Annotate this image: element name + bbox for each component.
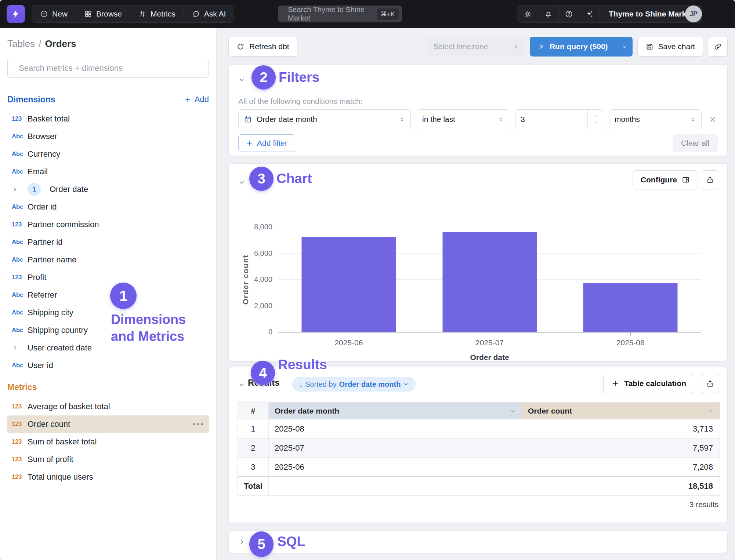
bar-2025-07[interactable] xyxy=(442,232,537,332)
copy-link-button[interactable] xyxy=(708,37,728,57)
expand-sql-chevron-icon[interactable] xyxy=(238,538,245,545)
user-avatar[interactable]: JP xyxy=(685,6,702,22)
table-calculation-button[interactable]: Table calculation xyxy=(603,374,694,393)
save-icon xyxy=(645,43,653,51)
chevron-down-icon[interactable] xyxy=(510,408,516,414)
dimension-item-user-id[interactable]: AbcUser id xyxy=(7,357,209,374)
metric-item-sum-of-profit[interactable]: 123Sum of profit xyxy=(7,451,209,468)
order-count-cell[interactable]: 3,713 xyxy=(522,419,720,439)
collapse-chart-chevron-icon[interactable] xyxy=(238,179,245,186)
filter-rule-row: Order date month in the last 3 months xyxy=(238,109,717,129)
metric-item-order-count[interactable]: 123Order count••• xyxy=(7,415,209,433)
dimension-label: User id xyxy=(28,361,53,370)
dimension-item-referrer[interactable]: AbcReferrer xyxy=(7,286,209,304)
dimension-item-partner-name[interactable]: AbcPartner name xyxy=(7,251,209,269)
select-arrows-icon xyxy=(497,116,504,123)
metric-item-average-of-basket-total[interactable]: 123Average of basket total xyxy=(7,398,209,415)
dimensions-title: Dimensions xyxy=(7,95,55,105)
chevron-down-icon[interactable] xyxy=(707,408,714,414)
more-options-icon[interactable]: ••• xyxy=(193,422,204,426)
dimension-label: Email xyxy=(28,167,48,177)
table-row-2025-08: 12025-083,713 xyxy=(238,419,720,439)
filter-unit-select[interactable]: months xyxy=(609,109,702,129)
results-table: # Order date month Order count 12025-083… xyxy=(238,402,720,496)
column-header-order-date-month[interactable]: Order date month xyxy=(268,403,522,419)
save-chart-button[interactable]: Save chart xyxy=(637,37,703,57)
link-icon xyxy=(714,43,722,51)
order-date-month-cell[interactable]: 2025-07 xyxy=(268,439,522,458)
gear-button[interactable] xyxy=(517,6,538,22)
sorted-by-pill[interactable]: ↓ Sorted by Order date month xyxy=(292,377,416,392)
refresh-dbt-button[interactable]: Refresh dbt xyxy=(228,37,297,57)
results-section: Results 4 Results ↓ Sorted by Order date… xyxy=(228,367,728,523)
plus-icon xyxy=(184,96,191,103)
metric-item-total-unique-users[interactable]: 123Total unique users xyxy=(7,468,209,486)
bar-2025-06[interactable] xyxy=(301,237,396,332)
clear-all-filters-button[interactable]: Clear all xyxy=(673,134,718,152)
chat-icon xyxy=(192,10,200,18)
string-dimension-icon: Abc xyxy=(12,256,28,263)
nav-item-metrics[interactable]: Metrics xyxy=(130,6,184,22)
dimension-item-order-date[interactable]: 1Order date xyxy=(7,181,209,198)
dimension-item-order-id[interactable]: AbcOrder id xyxy=(7,198,209,216)
order-date-month-cell[interactable]: 2025-08 xyxy=(268,419,522,439)
nav-item-new[interactable]: New xyxy=(32,6,76,22)
breadcrumb-tables-link[interactable]: Tables xyxy=(7,38,35,49)
filter-operator-select[interactable]: in the last xyxy=(417,109,509,129)
add-filter-button[interactable]: Add filter xyxy=(238,134,295,152)
collapse-filters-chevron-icon[interactable] xyxy=(238,76,245,83)
metrics-list: 123Average of basket total123Order count… xyxy=(7,398,209,486)
filter-unit-value: months xyxy=(615,115,640,124)
filter-field-select[interactable]: Order date month xyxy=(238,109,411,129)
chevron-right-icon[interactable] xyxy=(12,345,28,351)
export-chart-button[interactable] xyxy=(701,170,719,189)
filter-value-input[interactable]: 3 xyxy=(515,109,603,129)
bell-button[interactable] xyxy=(538,6,558,22)
configure-label: Configure xyxy=(641,175,677,184)
global-search-input[interactable]: Search Thyme to Shine Market ⌘+K xyxy=(278,6,402,22)
chart-bars-layer: 2025-062025-072025-08 xyxy=(278,227,701,332)
run-query-options-button[interactable] xyxy=(616,37,633,57)
dimension-item-profit[interactable]: 123Profit xyxy=(7,269,209,286)
chevron-right-icon[interactable] xyxy=(12,186,28,192)
help-button[interactable] xyxy=(558,6,579,22)
metric-item-sum-of-basket-total[interactable]: 123Sum of basket total xyxy=(7,433,209,451)
dimension-item-basket-total[interactable]: 123Basket total xyxy=(7,110,209,128)
collapse-results-chevron-icon[interactable] xyxy=(238,381,245,388)
nav-item-browse[interactable]: Browse xyxy=(76,6,130,22)
run-query-button[interactable]: Run query (500) xyxy=(530,37,616,57)
configure-chart-button[interactable]: Configure xyxy=(633,170,698,189)
fields-search-placeholder: Search metrics + dimensions xyxy=(19,63,123,73)
run-query-label: Run query (500) xyxy=(550,42,608,51)
dimension-item-email[interactable]: AbcEmail xyxy=(7,163,209,181)
fields-search-input[interactable]: Search metrics + dimensions xyxy=(7,59,209,78)
x-axis-tickmark xyxy=(490,332,490,335)
dimension-item-partner-commission[interactable]: 123Partner commission xyxy=(7,216,209,233)
order-count-cell[interactable]: 7,208 xyxy=(522,458,720,477)
remove-filter-button[interactable] xyxy=(709,116,717,123)
lightning-bolt-icon xyxy=(11,9,21,19)
metric-label: Average of basket total xyxy=(28,402,110,411)
add-dimension-button[interactable]: Add xyxy=(184,95,209,104)
dimension-item-partner-id[interactable]: AbcPartner id xyxy=(7,233,209,251)
bar-2025-08[interactable] xyxy=(583,283,678,332)
y-axis-tick-label: 6,000 xyxy=(254,249,272,257)
export-results-button[interactable] xyxy=(701,374,719,393)
plus-circle-icon xyxy=(40,10,48,18)
number-stepper[interactable] xyxy=(587,110,603,129)
column-header-order-count[interactable]: Order count xyxy=(522,403,720,419)
share-icon xyxy=(706,379,714,388)
y-axis-title: Order count xyxy=(241,255,250,305)
sidebar-panel-icon xyxy=(682,176,690,184)
share-icon xyxy=(706,176,714,184)
nav-item-ask-ai[interactable]: Ask AI xyxy=(184,6,234,22)
dimension-item-currency[interactable]: AbcCurrency xyxy=(7,145,209,163)
app-logo[interactable] xyxy=(7,5,25,23)
sparkles-button[interactable] xyxy=(579,6,600,22)
row-index-cell: 1 xyxy=(238,419,269,439)
order-count-cell[interactable]: 7,597 xyxy=(522,439,720,458)
dimension-item-browser[interactable]: AbcBrowser xyxy=(7,128,209,145)
timezone-select[interactable]: Select timezone xyxy=(427,37,525,57)
order-date-month-cell[interactable]: 2025-06 xyxy=(268,458,522,477)
dimension-label: Order date xyxy=(50,185,88,194)
